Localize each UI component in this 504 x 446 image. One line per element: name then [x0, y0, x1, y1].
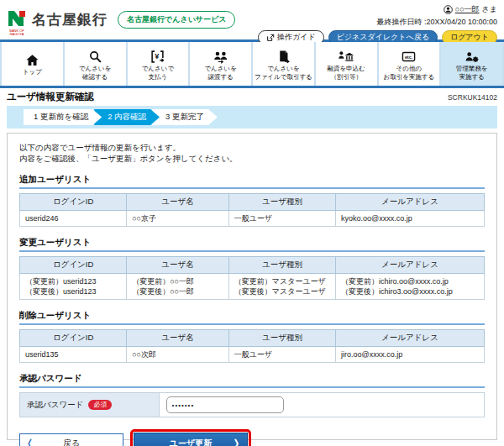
- nav-pay-densai[interactable]: ¥ でんさいで 支払う: [128, 42, 191, 86]
- admin-gear-icon: [464, 48, 480, 64]
- svg-text:¥: ¥: [155, 52, 160, 60]
- nav-top[interactable]: トップ: [0, 42, 65, 86]
- bank-logo-icon: BANK OF NAGOYA: [7, 9, 27, 29]
- cell-user-type: 一般ユーザ: [228, 211, 335, 227]
- step-2-content-confirm: 2 内容確認: [94, 109, 160, 125]
- content-panel: 以下の内容でユーザ情報の更新を行います。 内容をご確認後、「ユーザ更新」ボタンを…: [7, 133, 497, 440]
- col-header-user-type: ユーザ種別: [228, 194, 335, 211]
- col-header-user-type: ユーザ種別: [228, 330, 335, 347]
- last-operation: 最終操作日時 :20XX/04/20 10:00:00: [376, 17, 497, 28]
- approval-password-label-cell: 承認パスワード 必須: [20, 393, 160, 417]
- change-user-list-title: 変更ユーザリスト: [19, 237, 485, 252]
- business-direct-label: ビジネスダイレクトへ戻る: [337, 33, 429, 42]
- cell-user-type: （変更前）マスターユーザ （変更後）マスターユーザ: [228, 274, 335, 300]
- cell-mail: kyoko.oo@xxxx.co.jp: [336, 211, 485, 227]
- col-header-user-type: ユーザ種別: [228, 257, 335, 274]
- logout-button-label: ログアウト: [450, 33, 489, 42]
- bank-logo-caption: BANK OF NAGOYA: [7, 29, 27, 36]
- nav-confirm-densai[interactable]: でんさいを 確認する: [65, 42, 128, 86]
- table-header-row: ログインID ユーザ名 ユーザ種別 メールアドレス: [20, 257, 485, 274]
- value-after: （変更後）ichiro3.oo@xxxx.co.jp: [341, 286, 479, 296]
- footer-buttons: ❬ 戻る ユーザ更新 ❭: [19, 429, 485, 446]
- guide-button-label: 操作ガイド: [277, 33, 316, 42]
- col-header-login-id: ログインID: [20, 257, 127, 274]
- search-icon: [88, 48, 102, 64]
- col-header-mail: メールアドレス: [336, 330, 485, 347]
- delete-user-list-title: 削除ユーザリスト: [19, 310, 485, 325]
- etc-icon: etc.: [402, 48, 416, 64]
- col-header-user-name: ユーザ名: [127, 330, 229, 347]
- table-row: （変更前）userid123 （変更後）userid123 （変更前）○○一郎 …: [20, 274, 485, 300]
- step-3-update-complete: 3 更新完了: [152, 109, 218, 125]
- user-name-link[interactable]: ○○一郎: [455, 4, 480, 15]
- col-header-user-name: ユーザ名: [127, 257, 229, 274]
- title-bar: ユーザ情報更新確認 SCRKUK14102: [0, 88, 504, 104]
- chevron-right-icon: ❭: [233, 438, 240, 446]
- nav-label: 確認する: [82, 73, 108, 81]
- nav-label: でんさいを: [204, 65, 236, 72]
- nav-loan[interactable]: 融資を申込む （割引等）: [316, 42, 379, 86]
- loan-bank-icon: [338, 48, 354, 64]
- cell-login-id: userid135: [20, 347, 127, 363]
- required-badge: 必須: [88, 400, 112, 410]
- header: BANK OF NAGOYA 名古屋銀行 名古屋銀行でんさいサービス ○○一郎 …: [0, 0, 504, 39]
- nav-label: 支払う: [149, 73, 168, 81]
- screen-id: SCRKUK14102: [448, 93, 497, 102]
- svg-text:etc.: etc.: [405, 54, 413, 59]
- col-header-user-name: ユーザ名: [127, 194, 229, 211]
- submit-button-label: ユーザ更新: [170, 438, 212, 446]
- user-update-button[interactable]: ユーザ更新 ❭: [134, 433, 248, 446]
- main-nav: トップ でんさいを 確認する ¥ でんさいで 支払う: [0, 42, 504, 86]
- nav-label: 実施する: [459, 73, 484, 81]
- external-link-icon: [266, 34, 275, 42]
- header-right: ○○一郎 さま 最終操作日時 :20XX/04/20 10:00:00 操作ガイ…: [258, 4, 497, 45]
- last-operation-time: :20XX/04/20 10:00:00: [424, 18, 497, 26]
- approval-password-row: 承認パスワード 必須: [19, 392, 485, 417]
- cell-login-id: userid246: [20, 211, 127, 227]
- nav-admin[interactable]: 管理業務を 実施する: [441, 42, 504, 86]
- cell-mail: jiro.oo@xxxx.co.jp: [336, 347, 485, 363]
- col-header-mail: メールアドレス: [336, 257, 485, 274]
- value-before: （変更前）マスターユーザ: [234, 276, 330, 286]
- nav-label: でんさいを: [267, 65, 299, 72]
- chevron-left-icon: ❬: [26, 438, 34, 446]
- back-button-label: 戻る: [63, 438, 80, 446]
- value-after: （変更後）○○一郎: [132, 286, 223, 296]
- instruction-line-1: 以下の内容でユーザ情報の更新を行います。: [19, 142, 485, 153]
- nav-label: でんさいで: [142, 65, 174, 72]
- nav-label: ファイルで取引する: [255, 73, 312, 81]
- page-title: ユーザ情報更新確認: [7, 91, 94, 103]
- nav-other[interactable]: etc. その他の お取引を実施する: [379, 42, 442, 86]
- nav-label: でんさいを: [79, 65, 111, 72]
- cell-mail: （変更前）ichiro.oo@xxxx.co.jp （変更後）ichiro3.o…: [336, 274, 485, 300]
- nav-label: お取引を実施する: [384, 73, 435, 81]
- nav-label: その他の: [396, 65, 423, 72]
- add-user-table: ログインID ユーザ名 ユーザ種別 メールアドレス userid246 ○○京子…: [19, 193, 485, 227]
- nav-file-trade[interactable]: でんさいを ファイルで取引する: [253, 42, 316, 86]
- nav-label: 管理業務を: [456, 65, 488, 72]
- back-button[interactable]: ❬ 戻る: [19, 433, 123, 446]
- col-header-mail: メールアドレス: [336, 194, 485, 211]
- file-trade-icon: [276, 48, 291, 64]
- user-line: ○○一郎 さま: [444, 4, 497, 15]
- nav-label: 融資を申込む: [327, 65, 365, 72]
- step-indicator: 1 更新前を確認 2 内容確認 3 更新完了: [7, 106, 497, 129]
- step-1-confirm-before: 1 更新前を確認: [24, 109, 102, 125]
- add-user-list-title: 追加ユーザリスト: [19, 174, 485, 189]
- bank-name: 名古屋銀行: [32, 10, 108, 29]
- cell-user-name: （変更前）○○一郎 （変更後）○○一郎: [127, 274, 229, 300]
- cell-user-name: ○○京子: [127, 211, 229, 227]
- value-before: （変更前）○○一郎: [132, 276, 223, 286]
- user-suffix: さま: [482, 4, 497, 15]
- nav-transfer-densai[interactable]: でんさいを 譲渡する: [190, 42, 253, 86]
- value-before: （変更前）userid123: [25, 276, 121, 286]
- value-after: （変更後）userid123: [25, 286, 121, 296]
- table-header-row: ログインID ユーザ名 ユーザ種別 メールアドレス: [20, 330, 485, 347]
- table-row: userid135 ○○次郎 一般ユーザ jiro.oo@xxxx.co.jp: [20, 347, 485, 363]
- service-badge: 名古屋銀行でんさいサービス: [118, 11, 235, 29]
- col-header-login-id: ログインID: [20, 330, 127, 347]
- instruction-line-2: 内容をご確認後、「ユーザ更新」ボタンを押してください。: [19, 153, 485, 164]
- table-header-row: ログインID ユーザ名 ユーザ種別 メールアドレス: [20, 194, 485, 211]
- approval-password-input[interactable]: [166, 396, 284, 413]
- last-operation-label: 最終操作日時: [376, 18, 422, 26]
